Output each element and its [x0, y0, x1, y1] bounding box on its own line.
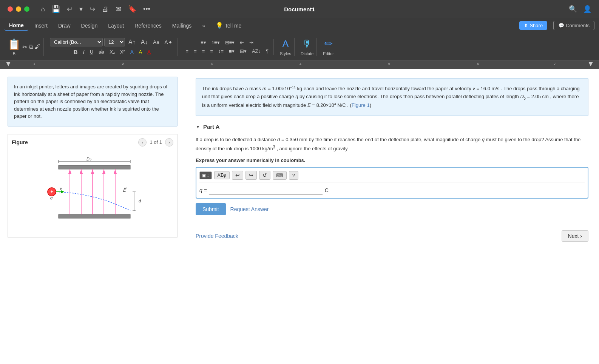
tab-draw[interactable]: Draw: [54, 21, 75, 30]
answer-label: Express your answer numerically in coulo…: [196, 157, 588, 163]
paste-group: 📋 B ✂ ⧉ 🖌: [5, 38, 44, 56]
svg-marker-9: [102, 169, 105, 174]
comment-icon: 💬: [558, 23, 564, 28]
align-left-btn[interactable]: ≡: [184, 48, 191, 55]
underline-button[interactable]: U: [88, 48, 95, 56]
italic-button[interactable]: I: [81, 48, 86, 56]
email-icon[interactable]: ✉: [116, 5, 121, 13]
increase-indent-btn[interactable]: ⇥: [247, 39, 255, 46]
math-redo-btn[interactable]: ↪: [245, 171, 257, 180]
paste-button[interactable]: 📋 B: [8, 38, 21, 56]
math-undo-btn[interactable]: ↩: [232, 171, 243, 180]
figure-prev-btn[interactable]: ‹: [138, 138, 147, 147]
part-collapse-btn[interactable]: ▼: [196, 124, 200, 130]
dictate-icon: 🎙: [302, 38, 312, 50]
math-help-btn[interactable]: ?: [289, 171, 298, 180]
close-button[interactable]: [8, 6, 13, 12]
bookmark-icon[interactable]: 🔖: [128, 5, 136, 13]
multilevel-btn[interactable]: ⊞≡▾: [223, 39, 237, 46]
formula-toggle-btn[interactable]: ▣ ↕: [199, 171, 212, 179]
font-row-2: B I U ab̶ X₂ X² A A A: [72, 48, 153, 56]
request-answer-link[interactable]: Request Answer: [230, 206, 269, 212]
undo-dropdown-icon[interactable]: ▾: [79, 5, 83, 13]
change-case-btn[interactable]: Aa: [151, 39, 161, 46]
ruler: 1 2 3 4 5 6 7: [0, 61, 599, 69]
font-group: Calibri (Bo... 12 A↑ A↓ Aa A✦ B I U ab̶ …: [47, 38, 178, 56]
part-label: Part A: [203, 123, 220, 130]
borders-btn[interactable]: ⊞▾: [238, 48, 249, 55]
font-family-select[interactable]: Calibri (Bo...: [50, 38, 103, 46]
tab-design[interactable]: Design: [77, 21, 102, 30]
decrease-font-btn[interactable]: A↓: [139, 38, 150, 46]
figure-next-btn[interactable]: ›: [165, 138, 173, 147]
figure-nav-label: 1 of 1: [150, 139, 162, 145]
tab-mailings[interactable]: Mailings: [168, 21, 196, 30]
next-button[interactable]: Next ›: [562, 230, 588, 242]
bullets-btn[interactable]: ≡▾: [199, 39, 208, 46]
sort-btn[interactable]: AZ↓: [250, 48, 262, 55]
more-icon[interactable]: •••: [143, 5, 150, 13]
font-row-1: Calibri (Bo... 12 A↑ A↓ Aa A✦: [50, 38, 174, 46]
styles-label[interactable]: Styles: [280, 51, 291, 56]
pilcrow-btn[interactable]: ¶: [264, 48, 270, 55]
text-color-btn[interactable]: A: [145, 48, 153, 56]
bold-button[interactable]: B: [72, 48, 80, 56]
save-icon[interactable]: 💾: [52, 5, 60, 13]
ruler-mark-1: 1: [33, 62, 35, 66]
math-reset-btn[interactable]: ↺: [259, 171, 270, 180]
comments-button[interactable]: 💬 Comments: [553, 21, 594, 30]
math-answer-input[interactable]: [209, 185, 323, 195]
line-spacing-btn[interactable]: ↕≡: [216, 48, 225, 55]
justify-btn[interactable]: ≡: [208, 48, 215, 55]
tab-tell-me[interactable]: 💡 Tell me: [211, 20, 246, 31]
redo-icon[interactable]: ↪: [90, 5, 95, 13]
svg-text:E⃗: E⃗: [123, 187, 127, 193]
document-title: Document1: [284, 6, 315, 12]
subscript-btn[interactable]: X₂: [108, 48, 117, 56]
figure-1-link[interactable]: Figure 1: [352, 102, 370, 108]
maximize-button[interactable]: [24, 6, 29, 12]
font-color-btn[interactable]: A: [128, 48, 136, 56]
styles-icon: A: [282, 38, 289, 50]
search-icon[interactable]: 🔍: [569, 5, 577, 13]
tab-references[interactable]: References: [130, 21, 166, 30]
editor-label[interactable]: Editor: [323, 51, 334, 56]
minimize-button[interactable]: [16, 6, 21, 12]
cut-icon[interactable]: ✂: [22, 43, 27, 51]
undo-icon[interactable]: ↩: [67, 5, 73, 13]
ruler-mark-3: 3: [211, 62, 213, 66]
decrease-indent-btn[interactable]: ⇤: [238, 39, 246, 46]
svg-rect-0: [59, 165, 130, 169]
svg-text:+: +: [50, 189, 53, 194]
shading-btn[interactable]: ■▾: [227, 48, 236, 55]
tab-layout[interactable]: Layout: [103, 21, 128, 30]
numbering-btn[interactable]: 1≡▾: [210, 39, 222, 46]
paste-row: 📋 B ✂ ⧉ 🖌: [8, 38, 40, 56]
format-painter-icon[interactable]: 🖌: [34, 43, 40, 51]
align-center-btn[interactable]: ≡: [192, 48, 199, 55]
copy-icon[interactable]: ⧉: [29, 43, 33, 51]
superscript-btn[interactable]: X²: [118, 48, 127, 56]
tab-more[interactable]: »: [198, 21, 210, 30]
font-size-select[interactable]: 12: [104, 38, 125, 46]
math-keyboard-btn[interactable]: ⌨: [273, 171, 287, 180]
right-panel: The ink drops have a mass m = 1.00×10−11…: [185, 69, 599, 364]
increase-font-btn[interactable]: A↑: [127, 38, 137, 46]
highlight-btn[interactable]: A: [137, 48, 144, 56]
symbol-btn[interactable]: AΣφ: [214, 171, 230, 179]
strikethrough-btn[interactable]: ab̶: [97, 48, 106, 56]
dictate-label[interactable]: Dictate: [301, 51, 313, 56]
provide-feedback-link[interactable]: Provide Feedback: [196, 233, 238, 239]
clear-format-btn[interactable]: A✦: [162, 39, 174, 46]
title-bar-icons: ⌂ 💾 ↩ ▾ ↪ 🖨 ✉ 🔖 •••: [41, 5, 150, 13]
align-right-btn[interactable]: ≡: [200, 48, 207, 55]
home-icon[interactable]: ⌂: [41, 5, 45, 13]
submit-button[interactable]: Submit: [196, 203, 226, 215]
account-icon[interactable]: 👤: [583, 5, 591, 13]
tab-insert[interactable]: Insert: [30, 21, 52, 30]
print-icon[interactable]: 🖨: [102, 5, 109, 13]
share-button[interactable]: ⬆ Share: [519, 21, 547, 30]
figure-title: Figure: [12, 139, 28, 145]
ruler-mark-7: 7: [554, 62, 556, 66]
tab-home[interactable]: Home: [5, 21, 28, 31]
